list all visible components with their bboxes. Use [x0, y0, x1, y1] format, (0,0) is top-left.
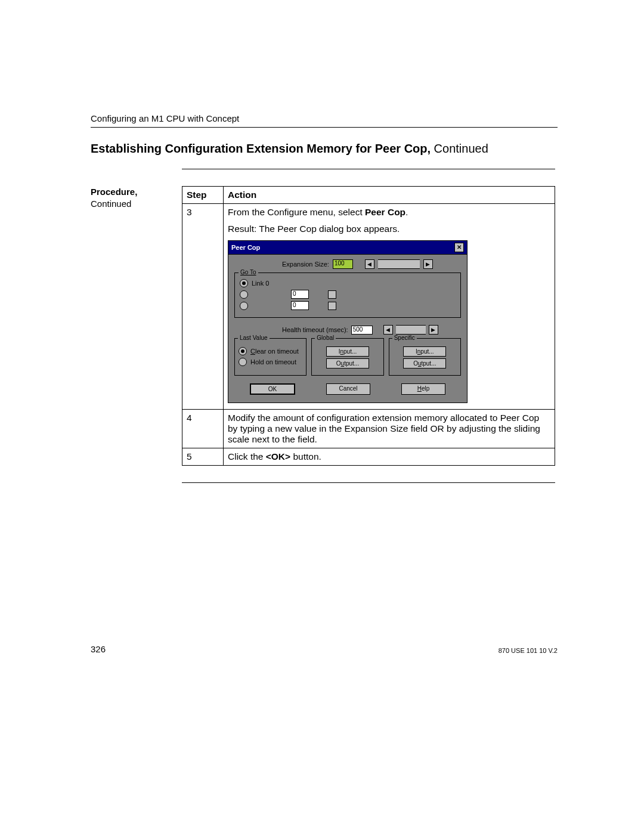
lastvalue-legend: Last Value [238, 335, 270, 341]
clear-row: Clear on timeout [239, 347, 302, 355]
document-id: 870 USE 101 10 V.2 [499, 647, 558, 654]
action-cell: Modify the amount of configuration exten… [224, 410, 555, 448]
health-timeout-field[interactable]: 500 [351, 326, 373, 335]
expansion-size-field[interactable]: 100 [333, 259, 353, 269]
bottom-button-row: OK Cancel Help [234, 382, 461, 397]
col-step-header: Step [182, 187, 224, 204]
hold-label: Hold on timeout [250, 358, 296, 366]
lastvalue-fieldset: Last Value Clear on timeout Hold [234, 338, 306, 376]
section-title: Establishing Configuration Extension Mem… [91, 141, 558, 157]
table-row: 3 From the Configure menu, select Peer C… [182, 204, 555, 410]
arrow-left-icon[interactable]: ◀ [365, 259, 374, 269]
page-footer: 326 870 USE 101 10 V.2 [91, 644, 558, 654]
health-label: Health timeout (msec): [282, 326, 348, 333]
step-cell: 4 [182, 410, 224, 448]
link1-check[interactable] [328, 290, 336, 299]
dialog-body: Expansion Size: 100 ◀ ▶ Go To [228, 255, 467, 402]
link1-field[interactable]: 0 [291, 290, 309, 299]
close-icon[interactable]: ✕ [454, 243, 464, 252]
health-arrow-right-icon[interactable]: ▶ [429, 325, 438, 335]
goto-fieldset: Go To Link 0 0 [234, 272, 461, 318]
side-label-continued: Continued [91, 199, 131, 209]
header-rule [91, 127, 558, 128]
step5-c: button. [290, 451, 321, 462]
three-column-row: Last Value Clear on timeout Hold [234, 338, 461, 376]
table-row: 5 Click the <OK> button. [182, 448, 555, 466]
peer-cop-dialog: Peer Cop ✕ Expansion Size: 100 ◀ [228, 240, 467, 403]
step3-line2: Result: The Peer Cop dialog box appears. [228, 224, 400, 234]
hold-radio[interactable] [239, 358, 247, 366]
health-arrow-left-icon[interactable]: ◀ [383, 325, 393, 335]
link0-label: Link 0 [252, 280, 269, 287]
step5-a: Click the [228, 451, 266, 462]
running-header: Configuring an M1 CPU with Concept [91, 113, 558, 123]
section-rule-top [182, 169, 555, 169]
side-label: Procedure, Continued [91, 186, 182, 210]
col-action-header: Action [224, 187, 555, 204]
section-title-continued: Continued [431, 142, 488, 155]
help-button[interactable]: Help [401, 383, 445, 395]
page-number: 326 [91, 644, 106, 654]
clear-radio[interactable] [239, 347, 247, 355]
step5-b: <OK> [266, 451, 290, 462]
document-page: Configuring an M1 CPU with Concept Estab… [0, 0, 644, 833]
global-output-button[interactable]: Output... [326, 358, 369, 368]
body-row: Procedure, Continued Step Action 3 From … [91, 186, 558, 466]
ok-button[interactable]: OK [250, 383, 295, 395]
expansion-scroll-track[interactable] [378, 259, 420, 269]
specific-output-button[interactable]: Output... [403, 358, 446, 368]
cancel-button[interactable]: Cancel [326, 383, 370, 395]
global-legend: Global [315, 335, 336, 341]
section-rule-bottom [182, 482, 555, 483]
expansion-label: Expansion Size: [282, 261, 329, 268]
link2-row: 0 [240, 301, 456, 310]
link2-field[interactable]: 0 [291, 301, 309, 310]
global-fieldset: Global Input... Output... [311, 338, 383, 376]
health-row: Health timeout (msec): 500 ◀ ▶ [282, 325, 461, 335]
step3-line1b: Peer Cop [365, 207, 405, 217]
link0-radio[interactable] [240, 279, 248, 287]
action-cell: From the Configure menu, select Peer Cop… [224, 204, 555, 410]
dialog-screenshot: Peer Cop ✕ Expansion Size: 100 ◀ [228, 240, 550, 403]
health-scroll-track[interactable] [396, 325, 426, 335]
step-cell: 3 [182, 204, 224, 410]
arrow-right-icon[interactable]: ▶ [423, 259, 433, 269]
link2-check[interactable] [328, 302, 336, 310]
link2-radio[interactable] [240, 302, 248, 310]
step3-line1c: . [405, 207, 408, 217]
link1-radio[interactable] [240, 290, 248, 299]
section-title-bold: Establishing Configuration Extension Mem… [91, 142, 431, 155]
global-input-button[interactable]: Input... [326, 346, 369, 357]
side-label-bold: Procedure, [91, 187, 137, 197]
hold-row: Hold on timeout [239, 358, 302, 366]
action-cell: Click the <OK> button. [224, 448, 555, 466]
link1-row: 0 [240, 290, 456, 299]
dialog-titlebar: Peer Cop ✕ [228, 241, 467, 255]
table-row: 4 Modify the amount of configuration ext… [182, 410, 555, 448]
specific-legend: Specific [392, 335, 417, 341]
procedure-table: Step Action 3 From the Configure menu, s… [182, 186, 555, 466]
specific-fieldset: Specific Input... Output... [389, 338, 461, 376]
specific-input-button[interactable]: Input... [403, 346, 446, 357]
expansion-row: Expansion Size: 100 ◀ ▶ [282, 259, 461, 269]
goto-legend: Go To [239, 269, 258, 275]
step-cell: 5 [182, 448, 224, 466]
link0-row: Link 0 [240, 279, 456, 287]
step3-line1a: From the Configure menu, select [228, 207, 365, 217]
dialog-title: Peer Cop [231, 244, 260, 251]
clear-label: Clear on timeout [250, 348, 299, 355]
